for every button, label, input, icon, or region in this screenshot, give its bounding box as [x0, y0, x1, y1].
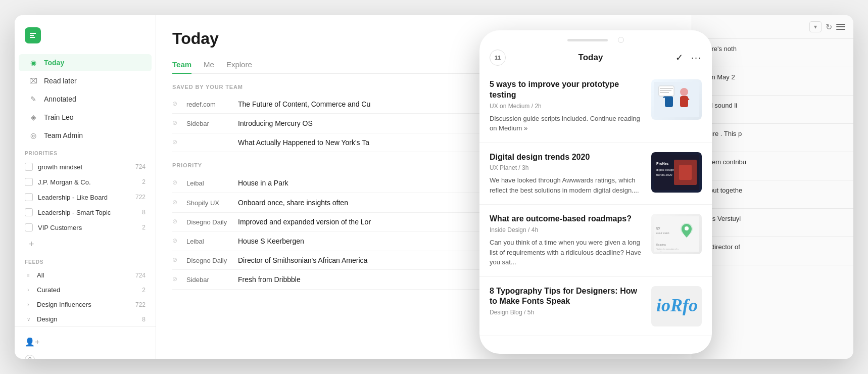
- sidebar-item-team-admin-label: Team Admin: [44, 131, 83, 139]
- svg-text:Roadma: Roadma: [656, 243, 666, 246]
- svg-point-21: [685, 226, 689, 230]
- right-item-0[interactable]: There's noth 1h: [692, 39, 853, 67]
- svg-point-4: [680, 88, 688, 96]
- add-member-icon: 👤+: [25, 337, 39, 347]
- feed-di-label: Design Influencers: [37, 301, 130, 308]
- sidebar-feed-design-influencers[interactable]: › Design Influencers 722: [15, 297, 156, 312]
- team-admin-icon: ◎: [29, 131, 38, 140]
- article-source-p3: Leibal: [186, 238, 232, 245]
- sidebar-priority-jp-morgan[interactable]: J.P. Morgan & Co. 2: [15, 174, 156, 190]
- bookmark-icon-p4: ⊘: [172, 256, 180, 264]
- right-item-3-text: ecture . This p: [700, 130, 845, 137]
- sidebar-item-team-admin[interactable]: ◎ Team Admin: [19, 127, 152, 144]
- right-item-1-text: Yuan May 2: [700, 73, 845, 81]
- sidebar-item-read-later-label: Read later: [44, 77, 77, 85]
- right-item-2[interactable]: ould sound li 17h: [692, 96, 853, 124]
- priority-leadership-smart-label: Leadership - Smart Topic: [38, 209, 137, 216]
- dropdown-icon[interactable]: ▾: [809, 21, 822, 32]
- menu-icon[interactable]: [836, 24, 845, 30]
- phone-article-3-meta: Design Blog / 5h: [490, 309, 643, 316]
- phone-article-1-title: Digital design trends 2020: [490, 152, 643, 163]
- phone-actions: ✓ ···: [676, 52, 702, 63]
- sidebar-item-annotated[interactable]: ✎ Annotated: [19, 90, 152, 108]
- phone-article-0[interactable]: 5 ways to improve your prototype testing…: [479, 70, 712, 143]
- feed-design-label: Design: [37, 315, 137, 323]
- priorities-label: PRIORITIES: [15, 145, 156, 159]
- priority-jp-morgan-label: J.P. Morgan & Co.: [38, 178, 137, 186]
- phone-article-3[interactable]: 8 Typography Tips for Designers: How to …: [479, 277, 712, 336]
- sidebar-priority-vip[interactable]: VIP Customers 2: [15, 220, 156, 235]
- tab-me[interactable]: Me: [204, 56, 214, 74]
- svg-text:digital design: digital design: [656, 168, 674, 171]
- phone-article-0-content: 5 ways to improve your prototype testing…: [490, 79, 643, 133]
- svg-rect-7: [659, 86, 674, 96]
- phone-article-2[interactable]: What are outcome-based roadmaps? Inside …: [479, 205, 712, 276]
- phone-article-2-desc: Can you think of a time when you were gi…: [490, 238, 643, 267]
- bookmark-icon-p5: ⊘: [172, 275, 180, 284]
- right-item-7[interactable]: ing director of 7h: [692, 237, 853, 265]
- add-member-button[interactable]: 👤+: [15, 333, 156, 351]
- phone-camera: [618, 37, 624, 43]
- tab-team[interactable]: Team: [172, 56, 191, 74]
- feeds-label: FEEDS: [15, 253, 156, 268]
- sidebar-priority-growth[interactable]: growth mindset 724: [15, 159, 156, 174]
- add-priority-button[interactable]: +: [19, 236, 152, 253]
- bookmark-icon-p2: ⊘: [172, 218, 180, 226]
- right-item-6[interactable]: Hans Verstuyl 6h: [692, 209, 853, 237]
- sidebar-item-annotated-label: Annotated: [44, 95, 76, 103]
- priority-checkbox: [25, 178, 33, 186]
- phone-title: Today: [506, 53, 676, 63]
- right-item-5[interactable]: en put togethe 3h: [692, 180, 853, 209]
- sidebar-priority-leadership-smart[interactable]: Leadership - Smart Topic 8: [15, 205, 156, 220]
- phone-more-icon[interactable]: ···: [691, 53, 702, 63]
- right-item-3[interactable]: ecture . This p 1h: [692, 124, 853, 152]
- sidebar-item-today[interactable]: ◉ Today: [19, 54, 152, 71]
- feed-curated-count: 2: [142, 287, 146, 294]
- sidebar-item-today-label: Today: [44, 59, 64, 67]
- right-item-7-time: 7h: [700, 253, 845, 259]
- priority-growth-count: 724: [135, 163, 146, 170]
- right-item-2-text: ould sound li: [700, 102, 845, 109]
- sidebar-item-train-leo[interactable]: ◈ Train Leo: [19, 109, 152, 126]
- phone-article-0-title: 5 ways to improve your prototype testing: [490, 79, 643, 101]
- bookmark-icon: ⌧: [29, 76, 38, 85]
- app-logo: [15, 23, 156, 54]
- sidebar-feed-all[interactable]: ≡ All 724: [15, 268, 156, 283]
- help-button[interactable]: ?: [15, 351, 156, 359]
- phone-mockup: 11 Today ✓ ··· 5 ways to improve your pr…: [479, 30, 712, 354]
- phone-article-3-content: 8 Typography Tips for Designers: How to …: [490, 286, 643, 326]
- right-item-4[interactable]: system contribu 1h: [692, 152, 853, 180]
- phone-check-icon[interactable]: ✓: [676, 52, 683, 63]
- tab-explore[interactable]: Explore: [226, 56, 252, 74]
- priority-checkbox: [25, 163, 33, 171]
- feed-curated-label: Curated: [37, 286, 137, 294]
- logo-icon: [25, 27, 41, 43]
- priority-growth-label: growth mindset: [38, 163, 130, 171]
- feed-design-toggle: ∨: [25, 316, 32, 323]
- phone-article-1[interactable]: Digital design trends 2020 UX Planet / 3…: [479, 143, 712, 205]
- right-item-0-time: 1h: [700, 55, 845, 61]
- refresh-icon[interactable]: ↻: [826, 22, 832, 32]
- right-item-1[interactable]: Yuan May 2 13h: [692, 67, 853, 96]
- sidebar-feed-design[interactable]: ∨ Design 8: [15, 312, 156, 326]
- sidebar-feed-curated[interactable]: › Curated 2: [15, 283, 156, 297]
- phone-article-2-meta: Inside Design / 4h: [490, 226, 643, 233]
- priority-leadership-board-label: Leadership - Like Board: [38, 194, 130, 201]
- sidebar-priority-leadership-board[interactable]: Leadership - Like Board 722: [15, 190, 156, 205]
- phone-article-2-title: What are outcome-based roadmaps?: [490, 214, 643, 224]
- phone-articles-list: 5 ways to improve your prototype testing…: [479, 70, 712, 354]
- phone-article-1-meta: UX Planet / 3h: [490, 164, 643, 171]
- svg-text:trends 2020: trends 2020: [656, 173, 672, 176]
- train-leo-icon: ◈: [29, 113, 38, 122]
- bookmark-icon-p3: ⊘: [172, 237, 180, 245]
- phone-article-1-thumb: ProNes digital design trends 2020: [651, 152, 702, 193]
- right-panel-items: There's noth 1h Yuan May 2 13h ould soun…: [692, 39, 853, 359]
- bookmark-icon-1: ⊘: [172, 119, 180, 127]
- add-icon: +: [29, 240, 34, 249]
- sidebar-item-read-later[interactable]: ⌧ Read later: [19, 72, 152, 89]
- phone-article-1-content: Digital design trends 2020 UX Planet / 3…: [490, 152, 643, 196]
- feed-di-toggle: ›: [25, 301, 32, 308]
- phone-header: 11 Today ✓ ···: [479, 45, 712, 70]
- feed-di-count: 722: [135, 301, 146, 308]
- article-source-p5: Sidebar: [186, 276, 232, 284]
